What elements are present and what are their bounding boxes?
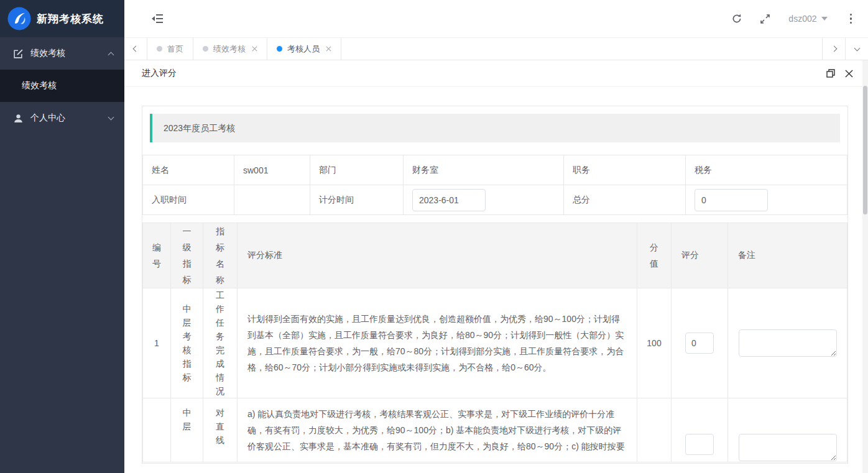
tabs: 首页 绩效考核 考核人员 [147, 38, 822, 60]
row-level1: 中层 [171, 398, 203, 462]
score-table-header: 编号 一级指标 指标名称 评分标准 分值 评分 备注 [143, 223, 847, 288]
col-indicator: 指标名称 [203, 223, 238, 288]
row-no [143, 398, 171, 462]
hire-date-value [234, 185, 310, 215]
info-row: 姓名 sw001 部门 财务室 职务 税务 [143, 155, 847, 185]
chevron-right-icon [831, 46, 837, 52]
tab-dot-icon [203, 46, 208, 52]
row-points [637, 398, 672, 462]
caret-down-icon [821, 17, 828, 21]
chevron-down-icon [108, 114, 114, 121]
tab-dot-icon [277, 46, 282, 52]
panel-window-controls [826, 69, 853, 78]
col-remark: 备注 [728, 223, 847, 288]
total-score-label: 总分 [564, 185, 686, 215]
top-navbar: dsz002 [124, 0, 868, 37]
score-date-label: 计分时间 [310, 185, 404, 215]
dept-label: 部门 [310, 155, 404, 185]
sidebar-menu: 绩效考核 绩效考核 个人中心 [0, 37, 124, 134]
score-row: 1 中层考核指标 工作任务完成情况 计划得到全面有效的实施，且工作质量达到优良，… [143, 288, 847, 398]
sidebar-collapse-icon[interactable] [152, 14, 163, 24]
sidebar-item-personal-center[interactable]: 个人中心 [0, 102, 124, 134]
total-score-input[interactable] [695, 189, 768, 211]
row-standard: a) 能认真负责地对下级进行考核，考核结果客观公正、实事求是，对下级工作业绩的评… [238, 398, 637, 462]
panel-header: 进入评分 [124, 60, 868, 87]
tab-performance[interactable]: 绩效考核 [193, 38, 267, 60]
navbar-actions: dsz002 [732, 12, 856, 25]
scrollbar[interactable] [862, 60, 868, 473]
col-no: 编号 [143, 223, 171, 288]
tab-label: 首页 [167, 44, 183, 55]
edit-icon [13, 48, 24, 59]
score-input[interactable] [685, 333, 714, 354]
chevron-left-icon [132, 46, 139, 52]
row-indicator: 对直线 [203, 398, 238, 462]
sidebar-item-label: 绩效考核 [30, 48, 109, 59]
app-root: 新翔考核系统 绩效考核 绩效考核 [0, 0, 868, 473]
tab-home[interactable]: 首页 [147, 38, 193, 60]
row-no: 1 [143, 288, 171, 398]
score-table: 编号 一级指标 指标名称 评分标准 分值 评分 备注 1 中层考核指标 工作任务… [142, 223, 847, 462]
name-label: 姓名 [143, 155, 234, 185]
tab-assessors[interactable]: 考核人员 [267, 38, 341, 60]
tabs-scroll-right-button[interactable] [822, 38, 845, 60]
assessment-card: 2023年度员工考核 姓名 sw001 部门 财务室 职务 [142, 106, 848, 464]
dept-value: 财务室 [404, 155, 564, 185]
main-area: dsz002 首页 绩效考核 [124, 0, 868, 473]
close-panel-icon[interactable] [845, 70, 853, 78]
chevron-up-icon [108, 52, 114, 58]
score-row: 中层 对直线 a) 能认真负责地对下级进行考核，考核结果客观公正、实事求是，对下… [143, 398, 847, 462]
assessment-title-banner: 2023年度员工考核 [150, 114, 840, 142]
duty-value: 税务 [686, 155, 847, 185]
app-logo-icon [7, 7, 31, 30]
panel-title: 进入评分 [142, 68, 177, 79]
close-tab-icon[interactable] [326, 46, 331, 52]
fullscreen-icon[interactable] [760, 14, 770, 24]
sidebar-item-performance[interactable]: 绩效考核 [0, 37, 124, 70]
restore-window-icon[interactable] [826, 69, 835, 78]
row-points: 100 [637, 288, 672, 398]
score-date-input[interactable] [412, 189, 486, 211]
row-standard: 计划得到全面有效的实施，且工作质量达到优良，创造超额价值，为优秀，给90～100… [238, 288, 637, 398]
username: dsz002 [788, 14, 816, 24]
tabs-scroll-left-button[interactable] [124, 38, 147, 60]
sidebar-subitem-performance[interactable]: 绩效考核 [0, 70, 124, 102]
sidebar-subitem-label: 绩效考核 [22, 80, 57, 91]
tab-label: 考核人员 [287, 44, 320, 55]
col-standard: 评分标准 [238, 223, 637, 288]
col-points: 分值 [637, 223, 672, 288]
more-menu-icon[interactable] [846, 12, 856, 25]
remark-textarea[interactable] [739, 434, 837, 461]
info-row: 入职时间 计分时间 总分 [143, 185, 847, 215]
employee-info-table: 姓名 sw001 部门 财务室 职务 税务 入职时间 计分时间 [142, 155, 847, 215]
content-area: 2023年度员工考核 姓名 sw001 部门 财务室 职务 [124, 87, 868, 473]
refresh-icon[interactable] [732, 14, 742, 24]
score-input[interactable] [685, 434, 714, 455]
tabs-menu-button[interactable] [845, 38, 868, 60]
app-logo: 新翔考核系统 [0, 0, 124, 37]
tab-label: 绩效考核 [213, 44, 246, 55]
col-score: 评分 [672, 223, 728, 288]
duty-label: 职务 [564, 155, 686, 185]
hire-date-label: 入职时间 [143, 185, 234, 215]
chevron-down-icon [854, 45, 860, 51]
remark-textarea[interactable] [739, 329, 837, 357]
sidebar-item-label: 个人中心 [30, 113, 109, 124]
close-tab-icon[interactable] [252, 46, 257, 52]
assessment-title: 2023年度员工考核 [164, 123, 235, 133]
tab-bar: 首页 绩效考核 考核人员 [124, 37, 868, 60]
row-indicator: 工作任务完成情况 [203, 288, 238, 398]
user-icon [13, 113, 24, 124]
name-value: sw001 [234, 155, 310, 185]
sidebar: 新翔考核系统 绩效考核 绩效考核 [0, 0, 124, 473]
scrollbar-thumb[interactable] [863, 86, 867, 214]
col-level1: 一级指标 [171, 223, 203, 288]
user-dropdown[interactable]: dsz002 [788, 14, 827, 24]
app-title: 新翔考核系统 [37, 12, 104, 26]
tab-dot-icon [157, 46, 162, 52]
row-level1: 中层考核指标 [171, 288, 203, 398]
